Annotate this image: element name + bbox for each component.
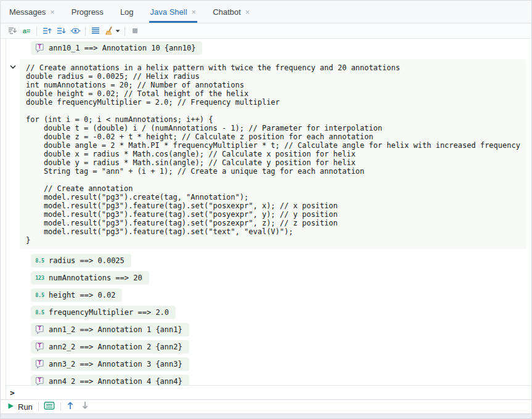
- move-down-icon: [56, 26, 66, 36]
- annotation-icon: T: [35, 376, 45, 385]
- shell-content: Tann10_1 ==> Annotation 10 {ann10}// Cre…: [6, 39, 531, 399]
- close-icon[interactable]: ×: [50, 8, 55, 16]
- tab-bar: Messages×ProgressLogJava Shell×Chatbot×: [1, 1, 531, 23]
- divider: [36, 26, 37, 36]
- tab-label: Java Shell: [150, 7, 187, 17]
- eye-icon: [70, 26, 81, 36]
- window-footer-strip: [1, 413, 531, 418]
- annotation-icon: T: [35, 43, 45, 53]
- result-row: Tann10_1 ==> Annotation 10 {ann10}: [31, 41, 531, 55]
- close-icon[interactable]: ×: [245, 8, 250, 16]
- shell-output-area: Tann10_1 ==> Annotation 10 {ann10}// Cre…: [6, 39, 531, 385]
- stop-icon: [130, 26, 140, 36]
- chevron-down-icon[interactable]: [115, 30, 120, 33]
- shell-prompt-input[interactable]: >: [6, 385, 531, 399]
- result-text: ann2_2 ==> Annotation 2 {ann2}: [49, 342, 182, 352]
- stop-button: [129, 25, 141, 37]
- result-text: ann4_2 ==> Annotation 4 {ann4}: [49, 376, 182, 385]
- tab-log[interactable]: Log: [120, 1, 134, 23]
- close-icon[interactable]: ×: [192, 8, 197, 16]
- run-button[interactable]: Run: [7, 401, 33, 412]
- svg-text:T: T: [38, 378, 41, 383]
- tab-label: Log: [120, 7, 134, 17]
- int-type-icon: 123: [35, 273, 45, 283]
- divider: [38, 402, 39, 411]
- tab-chatbot[interactable]: Chatbot×: [213, 1, 250, 23]
- result-chip: 8.5frequencyMultiplier ==> 2.0: [31, 306, 176, 319]
- tab-label: Messages: [9, 7, 46, 17]
- show-values-button[interactable]: a=: [20, 25, 33, 37]
- result-row: Tann1_2 ==> Annotation 1 {ann1}: [31, 323, 531, 336]
- svg-text:T: T: [38, 44, 41, 50]
- result-row: 8.5radius ==> 0.0025: [31, 254, 531, 267]
- divider: [125, 26, 125, 36]
- run-button-label: Run: [18, 402, 33, 412]
- result-text: numAnnotations ==> 20: [49, 273, 142, 283]
- show-values-icon: a=: [23, 27, 31, 35]
- export-icon: [7, 26, 17, 36]
- tab-progress[interactable]: Progress: [72, 1, 104, 23]
- collapse-chevron-icon[interactable]: [9, 62, 17, 73]
- tab-label: Chatbot: [213, 7, 241, 17]
- list-icon: [91, 26, 100, 36]
- move-down-button[interactable]: [55, 25, 67, 37]
- double-type-icon: 8.5: [35, 307, 45, 317]
- eye-button[interactable]: [69, 25, 81, 37]
- result-text: ann3_2 ==> Annotation 3 {ann3}: [49, 359, 182, 369]
- result-chip: Tann2_2 ==> Annotation 2 {ann2}: [31, 340, 189, 354]
- result-row: 8.5frequencyMultiplier ==> 2.0: [31, 306, 531, 319]
- result-chip: 123numAnnotations ==> 20: [31, 271, 149, 285]
- keyboard-icon: [44, 401, 55, 413]
- result-chip: Tann4_2 ==> Annotation 4 {ann4}: [31, 375, 189, 385]
- result-chip: Tann1_2 ==> Annotation 1 {ann1}: [31, 323, 189, 336]
- tab-label: Progress: [72, 7, 104, 17]
- code-text: // Create annotations in a helix pattern…: [26, 63, 520, 245]
- prompt-symbol: >: [10, 388, 15, 397]
- code-block: // Create annotations in a helix pattern…: [20, 59, 526, 249]
- result-text: radius ==> 0.0025: [49, 256, 125, 266]
- list-button[interactable]: [89, 25, 102, 37]
- arrow-down-icon: [81, 401, 89, 413]
- annotation-icon: T: [35, 359, 45, 369]
- result-chip: Tann10_1 ==> Annotation 10 {ann10}: [31, 41, 202, 55]
- history-next-button[interactable]: [81, 401, 89, 413]
- result-row: Tann4_2 ==> Annotation 4 {ann4}: [31, 375, 531, 385]
- run-bar: Run: [1, 399, 531, 413]
- tab-messages[interactable]: Messages×: [9, 1, 55, 23]
- code-entry: // Create annotations in a helix pattern…: [20, 59, 531, 249]
- tab-java-shell[interactable]: Java Shell×: [150, 1, 197, 23]
- result-chip: 8.5radius ==> 0.0025: [31, 254, 131, 267]
- annotation-icon: T: [35, 325, 45, 335]
- result-row: Tann2_2 ==> Annotation 2 {ann2}: [31, 340, 531, 354]
- svg-text:T: T: [38, 326, 41, 332]
- divider: [85, 26, 86, 36]
- result-row: Tann3_2 ==> Annotation 3 {ann3}: [31, 357, 531, 371]
- result-text: ann1_2 ==> Annotation 1 {ann1}: [49, 325, 182, 335]
- result-row: 8.5height ==> 0.02: [31, 288, 531, 302]
- broom-button[interactable]: [104, 25, 121, 37]
- double-type-icon: 8.5: [35, 256, 45, 266]
- svg-text:T: T: [38, 360, 41, 366]
- divider: [60, 402, 61, 411]
- result-chip: 8.5height ==> 0.02: [31, 288, 122, 302]
- java-shell-window: Messages×ProgressLogJava Shell×Chatbot× …: [0, 0, 532, 419]
- arrow-up-icon: [66, 401, 75, 413]
- result-chip: Tann3_2 ==> Annotation 3 {ann3}: [31, 357, 189, 371]
- svg-text:T: T: [38, 343, 41, 349]
- export-button[interactable]: [6, 25, 18, 37]
- result-text: height ==> 0.02: [49, 290, 115, 300]
- result-text: frequencyMultiplier ==> 2.0: [49, 307, 169, 317]
- move-up-icon: [42, 26, 52, 36]
- history-previous-button[interactable]: [66, 401, 75, 413]
- annotation-icon: T: [35, 342, 45, 352]
- result-row: 123numAnnotations ==> 20: [31, 271, 531, 285]
- double-type-icon: 8.5: [35, 290, 45, 300]
- broom-icon: [104, 26, 114, 36]
- move-up-button[interactable]: [41, 25, 53, 37]
- command-window-button[interactable]: [44, 401, 55, 413]
- shell-toolbar: a=: [1, 23, 531, 39]
- play-icon: [7, 401, 14, 412]
- result-text: ann10_1 ==> Annotation 10 {ann10}: [49, 43, 195, 53]
